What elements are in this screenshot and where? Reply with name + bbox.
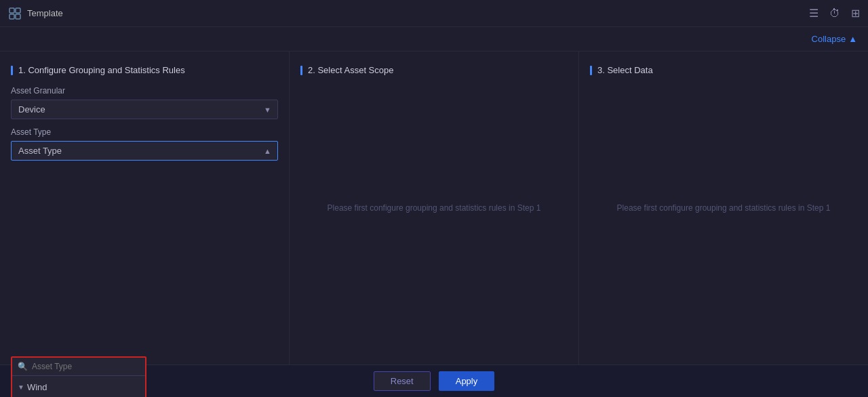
svg-rect-3 — [16, 14, 20, 19]
dropdown-search-bar: 🔍 — [12, 358, 145, 376]
asset-granular-label: Asset Granular — [11, 86, 278, 96]
asset-granular-select[interactable]: Device — [11, 100, 278, 119]
section-2-placeholder: Please first configure grouping and stat… — [319, 203, 550, 213]
section-2-title-bar — [300, 66, 302, 75]
apply-button[interactable]: Apply — [439, 371, 495, 391]
section-2-title: 2. Select Asset Scope — [300, 65, 568, 75]
grid-icon[interactable]: ⊞ — [851, 7, 860, 20]
reset-button[interactable]: Reset — [374, 371, 431, 391]
collapse-label: Collapse — [812, 34, 846, 44]
top-bar-left: Template — [8, 7, 63, 20]
asset-type-wrapper: Asset Type ▲ — [11, 141, 278, 161]
app-title: Template — [27, 8, 63, 18]
top-bar-right: ☰ ⏱ ⊞ — [809, 7, 860, 20]
list-icon[interactable]: ☰ — [809, 7, 818, 20]
clock-icon[interactable]: ⏱ — [829, 7, 840, 20]
dropdown-item-wind-group[interactable]: ▼ Wind — [12, 379, 145, 396]
dropdown-list: ▼ Wind WindTurbine ▼ Solar Inverter Tran… — [12, 376, 145, 397]
section-1-title-bar — [11, 66, 13, 75]
svg-rect-1 — [16, 8, 20, 13]
asset-type-label: Asset Type — [11, 127, 278, 137]
sub-bar: Collapse ▲ — [0, 27, 868, 51]
chevron-down-icon: ▼ — [18, 383, 24, 391]
svg-rect-0 — [9, 8, 14, 13]
collapse-button[interactable]: Collapse ▲ — [812, 34, 857, 44]
app-logo — [8, 7, 22, 20]
svg-rect-2 — [9, 14, 14, 19]
asset-type-select[interactable]: Asset Type — [11, 141, 278, 161]
section-1-title: 1. Configure Grouping and Statistics Rul… — [11, 65, 278, 75]
section-3: 3. Select Data Please first configure gr… — [579, 51, 868, 364]
main-content: 1. Configure Grouping and Statistics Rul… — [0, 51, 868, 364]
section-1: 1. Configure Grouping and Statistics Rul… — [0, 51, 290, 364]
section-2: 2. Select Asset Scope Please first confi… — [290, 51, 579, 364]
section-3-title-bar — [590, 66, 592, 75]
dropdown-search-input[interactable] — [32, 362, 140, 371]
dropdown-item-wind-label: Wind — [27, 382, 47, 392]
asset-granular-wrapper: Device ▼ — [11, 100, 278, 119]
asset-type-dropdown: 🔍 ▼ Wind WindTurbine ▼ Solar Inverter — [11, 356, 146, 397]
section-3-title: 3. Select Data — [590, 65, 857, 75]
chevron-up-icon: ▲ — [848, 34, 857, 44]
section-3-placeholder: Please first configure grouping and stat… — [608, 203, 840, 213]
search-icon: 🔍 — [18, 362, 28, 371]
top-bar: Template ☰ ⏱ ⊞ — [0, 0, 868, 27]
